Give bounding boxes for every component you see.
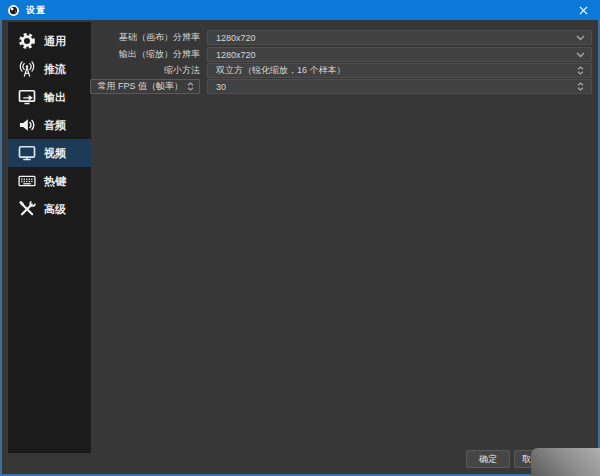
fps-type-label: 常用 FPS 值（帧率） xyxy=(97,80,183,93)
downscale-filter-combobox[interactable]: 双立方（锐化缩放，16 个样本） xyxy=(207,63,592,78)
label-zone: 常用 FPS 值（帧率） xyxy=(0,79,207,94)
keyboard-icon xyxy=(17,171,37,191)
fps-value-combobox[interactable]: 30 xyxy=(207,79,592,94)
window-title: 设置 xyxy=(26,4,46,17)
fps-value: 30 xyxy=(216,82,573,92)
up-down-spinner-icon xyxy=(573,82,587,91)
row-output-resolution: 输出（缩放）分辨率 1280x720 xyxy=(0,47,592,62)
base-resolution-dropdown[interactable]: 1280x720 xyxy=(207,30,592,45)
base-resolution-value: 1280x720 xyxy=(216,33,573,43)
sidebar-item-label: 高级 xyxy=(44,202,66,217)
chevron-down-icon xyxy=(573,35,587,41)
speaker-icon xyxy=(17,115,37,135)
row-downscale-filter: 缩小方法 双立方（锐化缩放，16 个样本） xyxy=(0,63,592,78)
sidebar-item-label: 音频 xyxy=(44,118,66,133)
downscale-filter-value: 双立方（锐化缩放，16 个样本） xyxy=(216,64,573,77)
label-zone: 输出（缩放）分辨率 xyxy=(0,48,207,61)
chevron-down-icon xyxy=(573,52,587,58)
close-button[interactable] xyxy=(570,0,596,20)
sidebar-item-label: 热键 xyxy=(44,174,66,189)
crossed-tools-icon xyxy=(17,199,37,219)
base-resolution-label: 基础（画布）分辨率 xyxy=(119,31,200,44)
label-zone: 基础（画布）分辨率 xyxy=(0,31,207,44)
output-resolution-value: 1280x720 xyxy=(216,50,573,60)
row-fps: 常用 FPS 值（帧率） 30 xyxy=(0,79,592,94)
row-base-resolution: 基础（画布）分辨率 1280x720 xyxy=(0,30,592,45)
sidebar-item-label: 视频 xyxy=(44,146,66,161)
downscale-filter-label: 缩小方法 xyxy=(164,64,200,77)
output-resolution-dropdown[interactable]: 1280x720 xyxy=(207,47,592,62)
window-border-left xyxy=(0,20,2,476)
up-down-spinner-icon xyxy=(183,82,197,91)
monitor-icon xyxy=(17,143,37,163)
overlapping-window-corner xyxy=(531,448,600,476)
label-zone: 缩小方法 xyxy=(0,64,207,77)
up-down-spinner-icon xyxy=(573,66,587,75)
close-icon xyxy=(579,6,588,15)
sidebar-item-advanced[interactable]: 高级 xyxy=(8,195,91,223)
ok-button[interactable]: 确定 xyxy=(466,450,510,468)
sidebar-item-audio[interactable]: 音频 xyxy=(8,111,91,139)
title-bar[interactable]: 设置 xyxy=(0,0,600,20)
fps-type-dropdown[interactable]: 常用 FPS 值（帧率） xyxy=(90,79,200,94)
sidebar-item-hotkeys[interactable]: 热键 xyxy=(8,167,91,195)
sidebar-item-video[interactable]: 视频 xyxy=(8,139,91,167)
output-resolution-label: 输出（缩放）分辨率 xyxy=(119,48,200,61)
obs-logo-icon xyxy=(7,4,20,17)
